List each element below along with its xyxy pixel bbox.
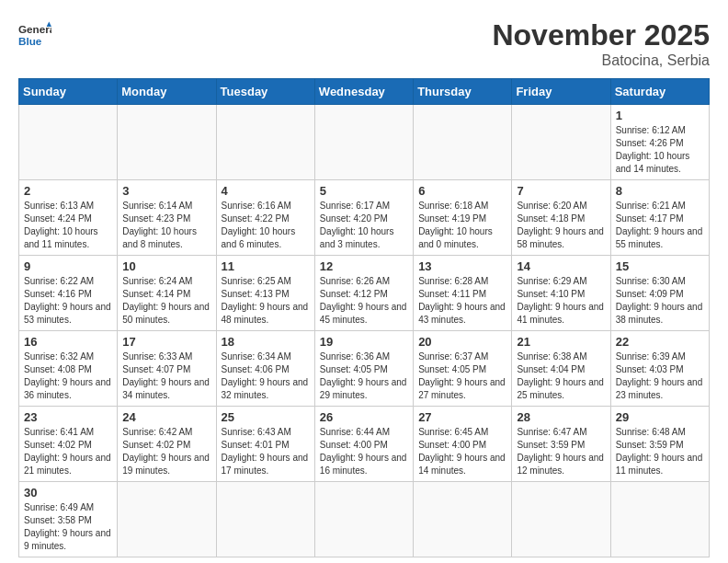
day-info: Sunrise: 6:36 AM Sunset: 4:05 PM Dayligh… — [320, 350, 408, 402]
calendar-table: SundayMondayTuesdayWednesdayThursdayFrid… — [18, 78, 710, 557]
svg-text:General: General — [18, 23, 51, 35]
day-info: Sunrise: 6:26 AM Sunset: 4:12 PM Dayligh… — [320, 275, 408, 327]
page-header: General Blue November 2025 Batocina, Ser… — [18, 18, 710, 69]
month-year-title: November 2025 — [492, 18, 710, 52]
day-number: 13 — [418, 259, 506, 273]
calendar-day-cell: 29Sunrise: 6:48 AM Sunset: 3:59 PM Dayli… — [610, 407, 709, 482]
day-info: Sunrise: 6:34 AM Sunset: 4:06 PM Dayligh… — [222, 350, 310, 402]
calendar-week-row: 2Sunrise: 6:13 AM Sunset: 4:24 PM Daylig… — [19, 180, 710, 256]
location-subtitle: Batocina, Serbia — [492, 52, 710, 69]
day-number: 18 — [222, 335, 310, 349]
calendar-day-cell: 15Sunrise: 6:30 AM Sunset: 4:09 PM Dayli… — [610, 256, 709, 331]
calendar-day-cell: 5Sunrise: 6:17 AM Sunset: 4:20 PM Daylig… — [314, 180, 413, 256]
day-info: Sunrise: 6:17 AM Sunset: 4:20 PM Dayligh… — [320, 200, 408, 251]
calendar-day-cell: 22Sunrise: 6:39 AM Sunset: 4:03 PM Dayli… — [610, 331, 709, 407]
day-number: 7 — [517, 184, 605, 198]
calendar-day-cell: 28Sunrise: 6:47 AM Sunset: 3:59 PM Dayli… — [512, 407, 610, 482]
day-number: 21 — [517, 335, 605, 349]
calendar-week-row: 23Sunrise: 6:41 AM Sunset: 4:02 PM Dayli… — [19, 407, 710, 482]
day-info: Sunrise: 6:22 AM Sunset: 4:16 PM Dayligh… — [24, 275, 112, 327]
calendar-day-cell: 6Sunrise: 6:18 AM Sunset: 4:19 PM Daylig… — [414, 180, 512, 256]
calendar-day-cell — [216, 482, 314, 557]
calendar-day-cell: 27Sunrise: 6:45 AM Sunset: 4:00 PM Dayli… — [414, 407, 512, 482]
calendar-day-cell: 24Sunrise: 6:42 AM Sunset: 4:02 PM Dayli… — [118, 407, 216, 482]
day-number: 22 — [616, 335, 704, 349]
calendar-day-cell: 13Sunrise: 6:28 AM Sunset: 4:11 PM Dayli… — [414, 256, 512, 331]
day-info: Sunrise: 6:20 AM Sunset: 4:18 PM Dayligh… — [517, 200, 605, 251]
calendar-day-cell: 11Sunrise: 6:25 AM Sunset: 4:13 PM Dayli… — [216, 256, 314, 331]
title-block: November 2025 Batocina, Serbia — [492, 18, 710, 69]
day-number: 9 — [24, 259, 112, 273]
day-info: Sunrise: 6:42 AM Sunset: 4:02 PM Dayligh… — [122, 426, 210, 477]
calendar-week-row: 1Sunrise: 6:12 AM Sunset: 4:26 PM Daylig… — [19, 105, 710, 180]
day-number: 20 — [418, 335, 506, 349]
calendar-week-row: 30Sunrise: 6:49 AM Sunset: 3:58 PM Dayli… — [19, 482, 710, 557]
day-info: Sunrise: 6:14 AM Sunset: 4:23 PM Dayligh… — [122, 200, 210, 251]
calendar-day-cell: 19Sunrise: 6:36 AM Sunset: 4:05 PM Dayli… — [314, 331, 413, 407]
calendar-day-cell: 21Sunrise: 6:38 AM Sunset: 4:04 PM Dayli… — [512, 331, 610, 407]
day-info: Sunrise: 6:24 AM Sunset: 4:14 PM Dayligh… — [122, 275, 210, 327]
calendar-day-cell: 8Sunrise: 6:21 AM Sunset: 4:17 PM Daylig… — [610, 180, 709, 256]
calendar-day-cell: 4Sunrise: 6:16 AM Sunset: 4:22 PM Daylig… — [216, 180, 314, 256]
logo-icon: General Blue — [18, 18, 51, 52]
day-number: 5 — [320, 184, 408, 198]
svg-text:Blue: Blue — [18, 35, 42, 47]
calendar-day-cell: 23Sunrise: 6:41 AM Sunset: 4:02 PM Dayli… — [19, 407, 118, 482]
day-info: Sunrise: 6:49 AM Sunset: 3:58 PM Dayligh… — [24, 501, 112, 553]
day-info: Sunrise: 6:39 AM Sunset: 4:03 PM Dayligh… — [616, 350, 704, 402]
weekday-header: Monday — [118, 79, 216, 105]
calendar-day-cell — [19, 105, 118, 180]
day-info: Sunrise: 6:25 AM Sunset: 4:13 PM Dayligh… — [222, 275, 310, 327]
day-number: 10 — [122, 259, 210, 273]
calendar-header-row: SundayMondayTuesdayWednesdayThursdayFrid… — [19, 79, 710, 105]
calendar-day-cell — [512, 105, 610, 180]
day-info: Sunrise: 6:29 AM Sunset: 4:10 PM Dayligh… — [517, 275, 605, 327]
day-number: 14 — [517, 259, 605, 273]
calendar-day-cell: 26Sunrise: 6:44 AM Sunset: 4:00 PM Dayli… — [314, 407, 413, 482]
calendar-week-row: 16Sunrise: 6:32 AM Sunset: 4:08 PM Dayli… — [19, 331, 710, 407]
logo: General Blue — [18, 18, 51, 52]
calendar-day-cell: 16Sunrise: 6:32 AM Sunset: 4:08 PM Dayli… — [19, 331, 118, 407]
day-info: Sunrise: 6:18 AM Sunset: 4:19 PM Dayligh… — [418, 200, 506, 251]
day-number: 30 — [24, 486, 112, 500]
day-info: Sunrise: 6:37 AM Sunset: 4:05 PM Dayligh… — [418, 350, 506, 402]
day-info: Sunrise: 6:16 AM Sunset: 4:22 PM Dayligh… — [222, 200, 310, 251]
day-number: 17 — [122, 335, 210, 349]
day-number: 27 — [418, 410, 506, 424]
calendar-day-cell: 14Sunrise: 6:29 AM Sunset: 4:10 PM Dayli… — [512, 256, 610, 331]
weekday-header: Saturday — [610, 79, 709, 105]
day-number: 19 — [320, 335, 408, 349]
day-number: 3 — [122, 184, 210, 198]
weekday-header: Sunday — [19, 79, 118, 105]
day-info: Sunrise: 6:21 AM Sunset: 4:17 PM Dayligh… — [616, 200, 704, 251]
day-number: 4 — [222, 184, 310, 198]
day-number: 6 — [418, 184, 506, 198]
day-info: Sunrise: 6:13 AM Sunset: 4:24 PM Dayligh… — [24, 200, 112, 251]
day-number: 11 — [222, 259, 310, 273]
calendar-day-cell: 25Sunrise: 6:43 AM Sunset: 4:01 PM Dayli… — [216, 407, 314, 482]
calendar-day-cell — [610, 482, 709, 557]
day-info: Sunrise: 6:30 AM Sunset: 4:09 PM Dayligh… — [616, 275, 704, 327]
day-info: Sunrise: 6:45 AM Sunset: 4:00 PM Dayligh… — [418, 426, 506, 477]
calendar-day-cell: 3Sunrise: 6:14 AM Sunset: 4:23 PM Daylig… — [118, 180, 216, 256]
day-number: 12 — [320, 259, 408, 273]
day-info: Sunrise: 6:41 AM Sunset: 4:02 PM Dayligh… — [24, 426, 112, 477]
day-info: Sunrise: 6:38 AM Sunset: 4:04 PM Dayligh… — [517, 350, 605, 402]
day-number: 26 — [320, 410, 408, 424]
day-number: 28 — [517, 410, 605, 424]
day-info: Sunrise: 6:12 AM Sunset: 4:26 PM Dayligh… — [616, 124, 704, 176]
weekday-header: Thursday — [414, 79, 512, 105]
day-info: Sunrise: 6:28 AM Sunset: 4:11 PM Dayligh… — [418, 275, 506, 327]
calendar-day-cell: 10Sunrise: 6:24 AM Sunset: 4:14 PM Dayli… — [118, 256, 216, 331]
weekday-header: Tuesday — [216, 79, 314, 105]
day-info: Sunrise: 6:48 AM Sunset: 3:59 PM Dayligh… — [616, 426, 704, 477]
day-number: 8 — [616, 184, 704, 198]
calendar-day-cell: 30Sunrise: 6:49 AM Sunset: 3:58 PM Dayli… — [19, 482, 118, 557]
day-number: 1 — [616, 109, 704, 122]
calendar-day-cell — [414, 482, 512, 557]
day-info: Sunrise: 6:33 AM Sunset: 4:07 PM Dayligh… — [122, 350, 210, 402]
day-number: 2 — [24, 184, 112, 198]
day-number: 25 — [222, 410, 310, 424]
day-info: Sunrise: 6:47 AM Sunset: 3:59 PM Dayligh… — [517, 426, 605, 477]
day-number: 16 — [24, 335, 112, 349]
